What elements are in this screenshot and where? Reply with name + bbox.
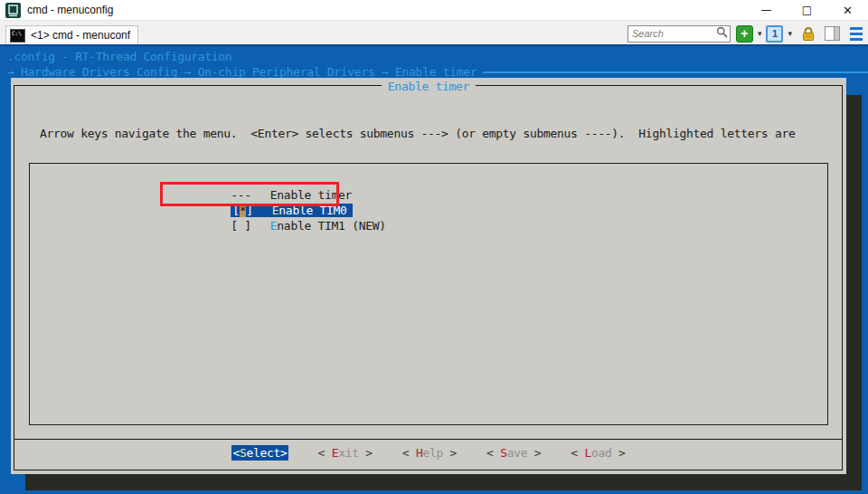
menuconfig-dialog: Enable timer Arrow keys navigate the men… — [11, 78, 846, 474]
button-separator — [14, 439, 843, 440]
search-icon — [716, 25, 728, 42]
save-button[interactable]: < Save > — [486, 445, 541, 461]
search-box — [627, 25, 731, 43]
tab-cmd-menuconfig[interactable]: C:\ <1> cmd - menuconf — [5, 25, 138, 44]
tab-label: <1> cmd - menuconf — [31, 29, 130, 42]
maximize-button[interactable]: □ — [787, 0, 827, 20]
menu-list: ---Enable timer [*]Enable TIM0 [ ]Enable… — [29, 163, 828, 425]
lock-icon[interactable] — [801, 26, 816, 42]
dialog-title-text: Enable timer — [382, 80, 476, 93]
dialog-title: Enable timer — [11, 79, 846, 94]
help-line: Arrow keys navigate the menu. <Enter> se… — [40, 126, 835, 141]
exit-button[interactable]: < Exit > — [318, 445, 373, 461]
chevron-down-icon[interactable]: ▾ — [753, 29, 767, 38]
item-label: Enable TIM1 (NEW) — [270, 219, 386, 233]
close-button[interactable]: ✕ — [827, 0, 868, 20]
help-button[interactable]: < Help > — [402, 445, 457, 461]
cmd-icon: C:\ — [10, 29, 25, 43]
active-console-button[interactable]: 1 — [766, 25, 783, 43]
new-console-button[interactable]: + — [736, 25, 753, 43]
dialog-buttons: <Select> < Exit > < Help > < Save > < Lo… — [11, 445, 846, 461]
terminal-screen: .config - RT-Thread Configuration → Hard… — [0, 44, 868, 494]
config-header: .config - RT-Thread Configuration — [7, 49, 231, 64]
breadcrumb-rule — [483, 71, 868, 73]
conemu-app-icon — [5, 3, 21, 18]
load-button[interactable]: < Load > — [571, 445, 625, 461]
split-view-icon[interactable] — [825, 26, 840, 41]
toolbar: + ▾ 1 ▾ — [627, 24, 866, 43]
menu-icon[interactable] — [850, 27, 863, 41]
red-highlight-annotation — [160, 182, 339, 206]
minimize-button[interactable]: — — [746, 0, 787, 20]
window-controls: — □ ✕ — [746, 0, 868, 20]
checkbox-bracket: [ — [231, 219, 238, 233]
tab-bar: C:\ <1> cmd - menuconf + ▾ 1 ▾ — [0, 20, 868, 44]
search-input[interactable] — [628, 27, 716, 41]
select-button[interactable]: <Select> — [231, 445, 288, 461]
chevron-down-icon[interactable]: ▾ — [783, 29, 797, 38]
checkbox-bracket: ] — [244, 219, 251, 233]
window-title: cmd - menuconfig — [27, 4, 113, 16]
window-titlebar: cmd - menuconfig — □ ✕ — [0, 0, 868, 20]
